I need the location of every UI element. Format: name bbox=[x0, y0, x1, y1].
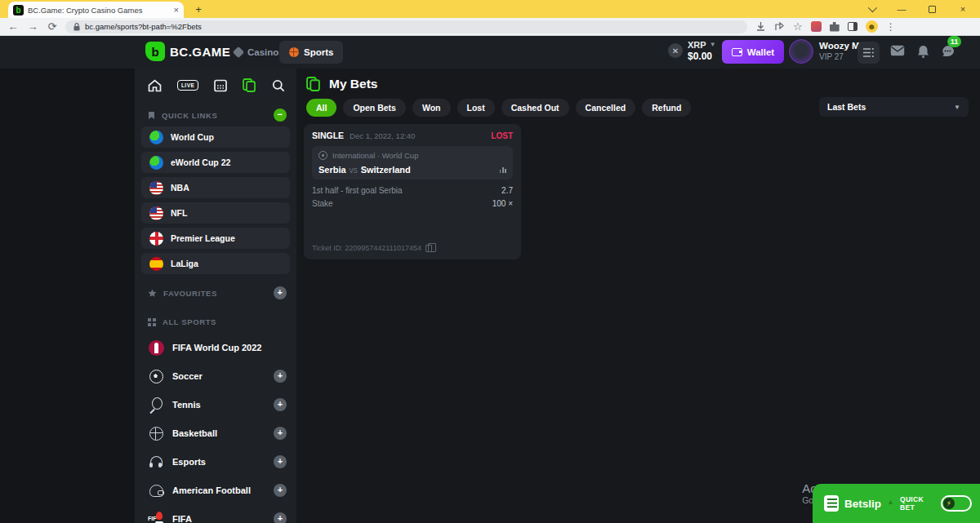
sort-dropdown[interactable]: Last Bets ▼ bbox=[819, 97, 969, 117]
betslip-label: Betslip bbox=[844, 498, 881, 510]
live-icon[interactable]: LIVE bbox=[177, 80, 198, 91]
browser-toolbar: ← → ⟳ bc.game/sports?bt-path=%2Fbets ☆ ☻… bbox=[0, 18, 980, 36]
extensions-puzzle-icon[interactable] bbox=[830, 22, 840, 32]
address-bar[interactable]: bc.game/sports?bt-path=%2Fbets bbox=[65, 20, 747, 33]
share-icon[interactable] bbox=[774, 21, 785, 32]
filter-cashed-out[interactable]: Cashed Out bbox=[501, 99, 569, 117]
filter-all[interactable]: All bbox=[306, 99, 336, 117]
url-text: bc.game/sports?bt-path=%2Fbets bbox=[85, 22, 202, 31]
expand-esports-button[interactable]: + bbox=[274, 455, 287, 468]
sport-label: American Football bbox=[172, 485, 265, 495]
tab-close-icon[interactable]: × bbox=[174, 5, 179, 15]
filter-won[interactable]: Won bbox=[412, 99, 451, 117]
window-chevron-icon[interactable] bbox=[868, 3, 877, 12]
window-minimize-button[interactable]: — bbox=[896, 4, 907, 14]
expand-fifa-button[interactable]: + bbox=[274, 512, 287, 523]
window-close-button[interactable]: × bbox=[957, 4, 969, 14]
sidebar-item-laliga[interactable]: LaLiga bbox=[141, 253, 290, 274]
my-bets-icon[interactable] bbox=[243, 78, 256, 92]
forward-button[interactable]: → bbox=[23, 20, 42, 33]
bet-list-button[interactable] bbox=[858, 42, 880, 64]
home-icon[interactable] bbox=[148, 79, 162, 92]
padlock-icon bbox=[74, 23, 80, 31]
new-tab-button[interactable]: + bbox=[192, 3, 205, 16]
world-cup-trophy-icon bbox=[149, 340, 164, 356]
globe-icon bbox=[149, 131, 163, 144]
sidebar-item-tennis[interactable]: Tennis + bbox=[135, 393, 296, 416]
back-button[interactable]: ← bbox=[3, 20, 23, 33]
currency-balance: $0.00 bbox=[688, 51, 716, 62]
betslip-icon bbox=[824, 495, 839, 512]
search-icon[interactable] bbox=[272, 79, 285, 92]
filter-lost[interactable]: Lost bbox=[457, 99, 495, 117]
toolbar-right-icons: ☆ ☻ ⋮ bbox=[755, 20, 896, 33]
expand-soccer-button[interactable]: + bbox=[274, 370, 287, 383]
expand-tennis-button[interactable]: + bbox=[274, 398, 287, 411]
expand-basketball-button[interactable]: + bbox=[274, 427, 287, 440]
window-restore-button[interactable] bbox=[929, 6, 936, 13]
spain-flag-icon bbox=[149, 257, 163, 271]
sidebar-item-premier-league[interactable]: Premier League bbox=[141, 228, 290, 249]
diamond-icon bbox=[233, 47, 244, 58]
sidebar-item-nfl[interactable]: NFL bbox=[141, 202, 290, 224]
currency-selector[interactable]: ✕ XRP ▼ $0.00 bbox=[668, 39, 716, 62]
bcgame-logo-text: BC.GAME bbox=[170, 45, 230, 59]
stats-bars-icon[interactable] bbox=[500, 167, 506, 173]
bet-market: 1st half - first goal Serbia bbox=[312, 186, 403, 195]
sidebar-item-fifa[interactable]: FIF FIFA + bbox=[135, 507, 296, 523]
sidebar-item-esports[interactable]: Esports + bbox=[135, 450, 296, 473]
sidebar-item-soccer[interactable]: Soccer + bbox=[135, 365, 296, 388]
sidebar-item-fifa-world-cup-2022[interactable]: FIFA World Cup 2022 bbox=[135, 336, 296, 359]
user-profile[interactable]: Woozy M... VIP 27 bbox=[789, 39, 867, 64]
betslip-bar[interactable]: Betslip ▲ QUICK BET ⚡ bbox=[813, 484, 980, 523]
bet-card[interactable]: SINGLE Dec 1, 2022, 12:40 LOST Internati… bbox=[304, 124, 521, 259]
browser-tab-strip: b BC.Game: Crypto Casino Games × + — × bbox=[0, 0, 980, 18]
sidebar-item-american-football[interactable]: American Football + bbox=[135, 479, 296, 502]
headset-icon bbox=[149, 456, 163, 468]
sidebar-item-world-cup[interactable]: World Cup bbox=[141, 126, 290, 148]
collapse-quick-links-button[interactable]: − bbox=[274, 109, 287, 122]
list-icon bbox=[863, 48, 874, 57]
filter-cancelled[interactable]: Cancelled bbox=[576, 99, 636, 117]
filter-open-bets[interactable]: Open Bets bbox=[343, 99, 406, 117]
bookmark-star-icon[interactable]: ☆ bbox=[793, 20, 803, 33]
vs-label: vs bbox=[350, 166, 358, 175]
site-header: b BC.GAME Casino Sports ✕ XRP ▼ $0.00 Wa… bbox=[0, 36, 980, 69]
nav-casino-label: Casino bbox=[247, 47, 278, 57]
expand-american-football-button[interactable]: + bbox=[274, 484, 287, 497]
sidebar-item-eworld-cup-22[interactable]: eWorld Cup 22 bbox=[141, 152, 290, 173]
wallet-button[interactable]: Wallet bbox=[722, 40, 784, 64]
calendar-icon[interactable] bbox=[214, 79, 227, 92]
browser-tab[interactable]: b BC.Game: Crypto Casino Games × bbox=[8, 2, 184, 18]
extension-icon[interactable] bbox=[811, 21, 822, 32]
notification-badge: 11 bbox=[947, 36, 961, 47]
sidebar-item-nba[interactable]: NBA bbox=[141, 177, 290, 198]
globe-icon bbox=[149, 156, 163, 170]
sidebar-item-basketball[interactable]: Basketball + bbox=[135, 422, 296, 445]
nav-sports[interactable]: Sports bbox=[279, 41, 343, 64]
sidebar: LIVE QUICK LINKS − World Cup eWorld Cup … bbox=[135, 69, 296, 523]
reload-button[interactable]: ⟳ bbox=[42, 20, 62, 33]
quick-bet-toggle[interactable]: ⚡ bbox=[941, 495, 972, 512]
browser-menu-icon[interactable]: ⋮ bbox=[886, 21, 896, 33]
filter-refund[interactable]: Refund bbox=[642, 99, 691, 117]
bet-type: SINGLE bbox=[312, 131, 344, 140]
stake-value: 100 × bbox=[492, 199, 513, 208]
bcgame-logo[interactable]: b BC.GAME bbox=[145, 42, 230, 61]
favourites-label: FAVOURITES bbox=[163, 289, 217, 298]
star-icon bbox=[148, 289, 157, 298]
stake-label: Stake bbox=[312, 199, 333, 208]
quick-link-label: World Cup bbox=[171, 132, 214, 142]
browser-profile-avatar[interactable]: ☻ bbox=[866, 20, 878, 33]
quick-link-label: NBA bbox=[171, 183, 189, 193]
download-icon[interactable] bbox=[755, 21, 766, 32]
currency-code: XRP bbox=[688, 39, 706, 51]
add-favourite-button[interactable]: + bbox=[274, 286, 287, 299]
mail-icon[interactable] bbox=[890, 45, 905, 56]
site-favicon: b bbox=[13, 5, 24, 16]
bell-icon[interactable] bbox=[917, 45, 929, 58]
bcgame-logo-icon: b bbox=[145, 42, 165, 61]
side-panel-icon[interactable] bbox=[848, 22, 858, 31]
copy-icon[interactable] bbox=[425, 245, 432, 252]
home-team: Serbia bbox=[318, 165, 346, 175]
